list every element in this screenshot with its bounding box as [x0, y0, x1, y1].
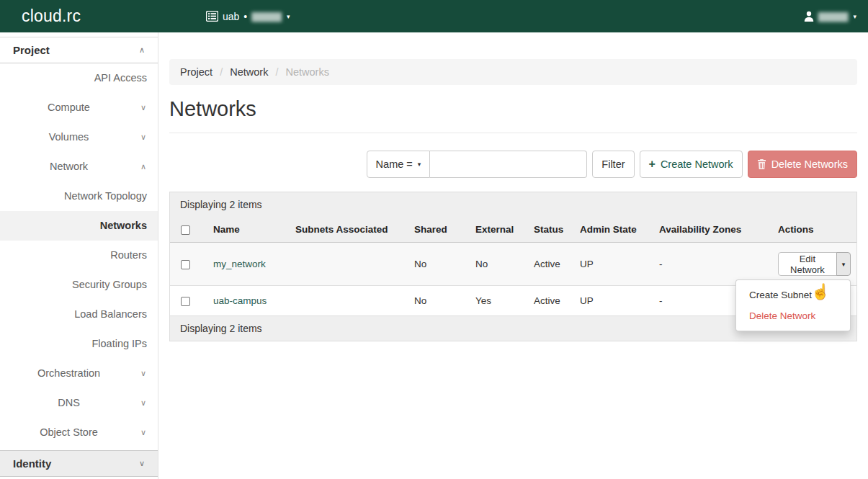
column-header-external: External — [468, 217, 527, 243]
chevron-down-icon: ∨ — [140, 359, 146, 388]
select-all-checkbox[interactable] — [181, 225, 190, 235]
username-redacted: ██████ — [818, 12, 848, 21]
main-content: Project / Network / Networks Networks Na… — [158, 32, 868, 479]
breadcrumb: Project / Network / Networks — [169, 59, 857, 85]
delete-networks-label: Delete Networks — [771, 158, 848, 170]
sidebar-item-volumes[interactable]: Volumes∨ — [0, 122, 158, 152]
chevron-down-icon: ∨ — [139, 459, 145, 468]
row-actions-split-button: Edit Network ▾ Create Subnet Delete Netw… — [778, 252, 851, 276]
sidebar-item-security-groups[interactable]: Security Groups — [0, 270, 158, 300]
list-alt-icon — [206, 11, 218, 22]
sidebar-item-label: Compute — [48, 102, 90, 113]
column-header-name[interactable]: Name — [206, 217, 288, 243]
cell-external: No — [468, 243, 527, 286]
breadcrumb-separator: / — [220, 66, 223, 78]
delete-networks-button[interactable]: Delete Networks — [748, 151, 857, 178]
table-row-my-network: my_network No No Active UP - Edit Networ… — [170, 243, 856, 286]
sidebar-item-label: Floating IPs — [91, 338, 147, 349]
filter-button[interactable]: Filter — [592, 151, 634, 178]
networks-table: Displaying 2 items Name Subnets Associat… — [169, 192, 857, 341]
sidebar-item-routers[interactable]: Routers — [0, 241, 158, 270]
user-icon — [804, 11, 814, 22]
network-link[interactable]: uab-campus — [213, 295, 267, 306]
cell-subnets — [288, 286, 407, 316]
row-checkbox[interactable] — [181, 260, 190, 269]
chevron-up-icon: ∧ — [139, 45, 145, 55]
chevron-down-icon: ∨ — [140, 122, 146, 152]
sidebar-item-label: Networks — [100, 220, 147, 231]
row-checkbox[interactable] — [181, 297, 190, 306]
filter-field-label: Name = — [376, 158, 413, 170]
horizon-dashboard: cloud.rc uab • ██████ ▾ ██████ ▾ Project… — [0, 0, 868, 479]
top-navbar: cloud.rc uab • ██████ ▾ ██████ ▾ — [0, 0, 868, 32]
trash-icon — [757, 159, 766, 169]
plus-icon: + — [649, 158, 656, 171]
sidebar-section-identity-label: Identity — [13, 457, 51, 470]
chevron-down-icon: ∨ — [140, 388, 146, 418]
breadcrumb-network[interactable]: Network — [230, 66, 268, 78]
sidebar-item-compute[interactable]: Compute∨ — [0, 93, 158, 122]
caret-down-icon: ▾ — [853, 13, 856, 20]
column-header-availability-zones: Availability Zones — [652, 217, 771, 243]
column-header-admin-state: Admin State — [573, 217, 652, 243]
column-header-subnets: Subnets Associated — [288, 217, 407, 243]
column-header-status: Status — [527, 217, 573, 243]
table-header-row: Name Subnets Associated Shared External … — [170, 217, 856, 243]
sidebar-section-identity[interactable]: Identity ∨ — [0, 450, 158, 477]
delete-network-menu-item[interactable]: Delete Network — [736, 305, 850, 326]
column-header-actions: Actions — [771, 217, 856, 243]
cell-admin-state: UP — [573, 243, 652, 286]
sidebar-item-label: Network Topology — [64, 190, 147, 202]
breadcrumb-current: Networks — [286, 66, 329, 78]
page-title: Networks — [169, 97, 857, 121]
sidebar-section-project[interactable]: Project ∧ — [0, 37, 158, 63]
cell-status: Active — [527, 286, 573, 316]
sidebar-item-label: Network — [50, 161, 88, 172]
title-divider — [169, 133, 857, 133]
sidebar-item-network-topology[interactable]: Network Topology — [0, 182, 158, 211]
sidebar-item-orchestration[interactable]: Orchestration∨ — [0, 359, 158, 388]
sidebar-item-label: API Access — [94, 72, 147, 84]
filter-input[interactable] — [430, 151, 587, 178]
sidebar-item-networks[interactable]: Networks — [0, 211, 158, 241]
row-actions-dropdown: Create Subnet Delete Network ☝ — [735, 279, 851, 331]
cell-shared: No — [407, 286, 468, 316]
filter-field-selector[interactable]: Name = ▾ — [367, 151, 431, 178]
sidebar-item-load-balancers[interactable]: Load Balancers — [0, 300, 158, 329]
chevron-up-icon: ∧ — [140, 152, 146, 182]
table-toolbar: Name = ▾ Filter + Create Network Delete … — [169, 151, 857, 178]
create-network-label: Create Network — [661, 158, 733, 170]
sidebar-item-dns[interactable]: DNS∨ — [0, 388, 158, 418]
cell-external: Yes — [468, 286, 527, 316]
brand-logo[interactable]: cloud.rc — [22, 0, 81, 32]
sidebar-item-network[interactable]: Network∧ — [0, 152, 158, 182]
sidebar-item-label: Load Balancers — [74, 308, 147, 320]
chevron-down-icon: ∨ — [140, 93, 146, 122]
cell-status: Active — [527, 243, 573, 286]
breadcrumb-separator: / — [275, 66, 278, 78]
sidebar-item-label: Object Store — [40, 426, 98, 438]
project-name-redacted: ██████ — [251, 12, 281, 21]
create-network-button[interactable]: + Create Network — [640, 151, 743, 178]
sidebar-item-label: Security Groups — [72, 279, 147, 290]
caret-down-icon: ▾ — [842, 261, 846, 268]
caret-down-icon: ▾ — [287, 13, 290, 20]
cell-subnets — [288, 243, 407, 286]
sidebar-item-floating-ips[interactable]: Floating IPs — [0, 329, 158, 359]
sidebar-item-object-store[interactable]: Object Store∨ — [0, 418, 158, 447]
user-menu[interactable]: ██████ ▾ — [804, 0, 856, 32]
cell-shared: No — [407, 243, 468, 286]
sidebar-item-label: Orchestration — [37, 367, 100, 379]
project-separator: • — [243, 11, 247, 22]
project-switcher[interactable]: uab • ██████ ▾ — [206, 0, 290, 32]
sidebar-item-api-access[interactable]: API Access — [0, 63, 158, 93]
sidebar-section-project-label: Project — [13, 44, 50, 56]
sidebar-item-label: Volumes — [49, 131, 89, 143]
edit-network-button[interactable]: Edit Network — [778, 252, 837, 276]
column-header-shared: Shared — [407, 217, 468, 243]
network-link[interactable]: my_network — [213, 259, 266, 269]
breadcrumb-project[interactable]: Project — [180, 66, 212, 78]
chevron-down-icon: ∨ — [140, 418, 146, 447]
row-actions-toggle[interactable]: ▾ — [836, 252, 851, 276]
create-subnet-menu-item[interactable]: Create Subnet — [736, 285, 850, 305]
